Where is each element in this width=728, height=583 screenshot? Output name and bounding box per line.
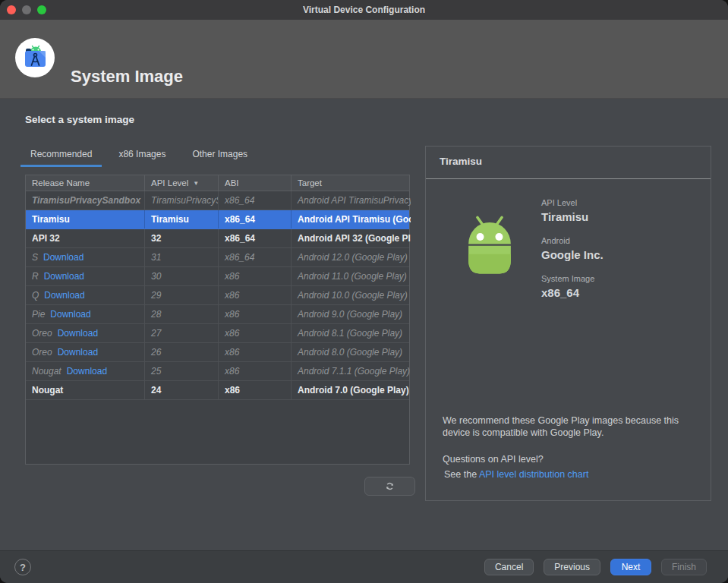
cell-release-name: NougatDownload [26,362,145,380]
see-the-text: See the API level distribution chart [444,469,588,480]
release-name: Oreo [32,328,52,339]
cancel-button[interactable]: Cancel [484,559,534,575]
api-level-question: Questions on API level? [443,454,544,465]
cell-api-level: TiramisuPrivacySandbox [145,191,219,210]
download-link[interactable]: Download [58,328,98,339]
traffic-lights [7,0,46,20]
cell-api-level: 28 [145,305,219,323]
tab-other-images[interactable]: Other Images [182,146,257,167]
release-name: R [32,271,39,282]
cell-api-level: 24 [145,381,219,399]
close-button[interactable] [7,5,16,14]
release-name: Tiramisu [32,214,70,225]
download-link[interactable]: Download [44,290,84,301]
cell-release-name: QDownload [26,286,145,304]
field-value: Tiramisu [541,210,604,223]
table-row[interactable]: SDownload31x86_64Android 12.0 (Google Pl… [26,248,409,267]
cell-release-name: SDownload [26,248,145,266]
android-robot-icon [456,210,523,281]
table-row[interactable]: OreoDownload27x86Android 8.1 (Google Pla… [26,324,409,343]
download-link[interactable]: Download [44,271,84,282]
table-row[interactable]: RDownload30x86Android 11.0 (Google Play) [26,267,409,286]
table-row[interactable]: QDownload29x86Android 10.0 (Google Play) [26,286,409,305]
finish-button[interactable]: Finish [661,559,707,575]
field-label: Android [541,236,604,245]
cell-api-level: 26 [145,343,219,361]
wizard-footer: ? Cancel Previous Next Finish [0,550,728,583]
image-detail-fields: API Level Tiramisu Android Google Inc. S… [541,198,604,312]
virtual-device-configuration-window: Virtual Device Configuration [0,0,728,583]
cell-abi: x86_64 [219,191,292,210]
download-link[interactable]: Download [43,252,84,263]
table-row[interactable]: PieDownload28x86Android 9.0 (Google Play… [26,305,409,324]
field-label: System Image [541,274,604,283]
table-header: Release Name API Level ▼ ABI Target [26,175,409,191]
android-studio-icon [15,38,55,77]
zoom-button[interactable] [37,5,46,14]
cell-target: Android 10.0 (Google Play) [292,286,411,304]
release-name: Oreo [32,347,52,358]
download-link[interactable]: Download [58,347,98,358]
refresh-icon [384,481,396,492]
details-panel: Tiramisu API Level Tiramisu [425,146,711,501]
cell-abi: x86 [219,286,292,304]
cell-abi: x86_64 [219,210,292,228]
cell-api-level: 30 [145,267,219,285]
cell-api-level: 32 [145,229,219,247]
table-body: TiramisuPrivacySandboxTiramisuPrivacySan… [26,191,409,400]
next-button[interactable]: Next [610,559,651,575]
download-link[interactable]: Download [67,366,107,377]
cell-api-level: 27 [145,324,219,342]
refresh-button[interactable] [364,477,415,496]
field-value: x86_64 [541,286,604,299]
cell-target: Android API TiramisuPrivacySandbox [292,191,411,210]
field-system-image: System Image x86_64 [541,274,604,299]
sort-descending-icon: ▼ [193,180,199,187]
recommendation-text: We recommend these Google Play images be… [443,415,698,439]
cell-target: Android 12.0 (Google Play) [292,248,411,266]
release-name: Q [32,290,39,301]
cell-release-name: Tiramisu [26,210,145,228]
window-title: Virtual Device Configuration [0,5,728,15]
cell-target: Android 7.0 (Google Play) [292,381,411,399]
table-row[interactable]: OreoDownload26x86Android 8.0 (Google Pla… [26,343,409,362]
field-value: Google Inc. [541,248,604,261]
cell-api-level: 29 [145,286,219,304]
cell-api-level: 31 [145,248,219,266]
cell-abi: x86 [219,267,292,285]
cell-target: Android 9.0 (Google Play) [292,305,411,323]
cell-release-name: API 32 [26,229,145,247]
column-header-release-name[interactable]: Release Name [26,175,145,191]
column-header-target[interactable]: Target [292,175,411,191]
release-name: Nougat [32,366,61,377]
tab-x86-images[interactable]: x86 Images [109,146,175,167]
tab-recommended[interactable]: Recommended [20,146,102,167]
release-name: API 32 [32,233,60,244]
api-distribution-chart-link[interactable]: API level distribution chart [479,469,589,480]
minimize-button[interactable] [22,5,31,14]
field-label: API Level [541,198,604,207]
titlebar: Virtual Device Configuration [0,0,728,20]
column-header-api-level[interactable]: API Level ▼ [145,175,219,191]
wizard-body: Select a system image Recommended x86 Im… [0,99,728,550]
cell-abi: x86_64 [219,248,292,266]
help-button[interactable]: ? [14,559,31,575]
cell-abi: x86 [219,305,292,323]
column-header-abi[interactable]: ABI [219,175,292,191]
table-row[interactable]: TiramisuPrivacySandboxTiramisuPrivacySan… [26,191,409,210]
table-row[interactable]: NougatDownload25x86Android 7.1.1 (Google… [26,362,409,381]
table-row[interactable]: Nougat24x86Android 7.0 (Google Play) [26,381,409,400]
cell-target: Android 7.1.1 (Google Play) [292,362,411,380]
download-link[interactable]: Download [50,309,90,320]
release-name: Nougat [32,385,63,395]
previous-button[interactable]: Previous [544,559,600,575]
table-row[interactable]: TiramisuTiramisux86_64Android API Tirami… [26,210,409,229]
system-image-table: Release Name API Level ▼ ABI Target Tira… [25,175,410,465]
panel-divider [426,178,711,179]
page-title: System Image [71,67,183,87]
table-row[interactable]: API 3232x86_64Android API 32 (Google Pla… [26,229,409,248]
selected-image-title: Tiramisu [440,156,482,167]
cell-abi: x86 [219,324,292,342]
release-name: Pie [32,309,45,320]
cell-target: Android API Tiramisu (Google Play) [292,210,411,228]
